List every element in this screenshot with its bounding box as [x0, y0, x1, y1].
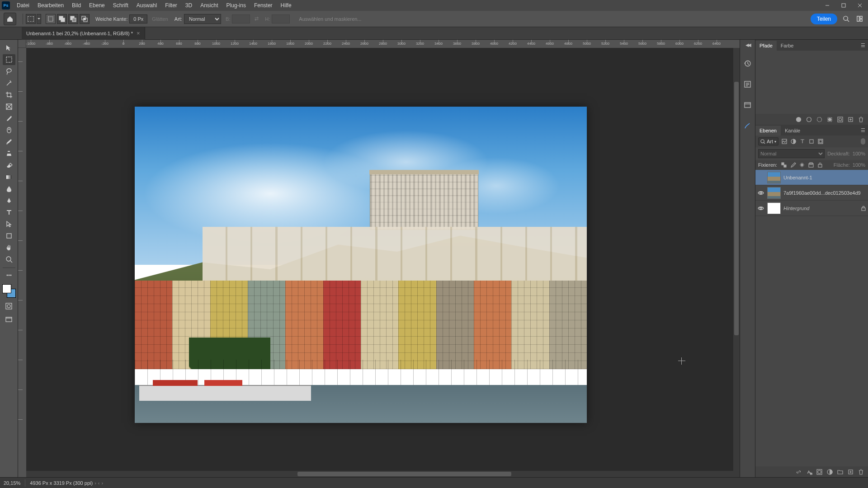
lock-nesting-icon[interactable] — [808, 162, 814, 168]
layer-item[interactable]: Hintergrund — [755, 201, 868, 216]
width-input[interactable] — [232, 14, 250, 23]
home-button[interactable] — [4, 13, 16, 25]
status-nav-prev-icon[interactable]: ‹ — [98, 480, 100, 486]
panel-menu-icon[interactable]: ☰ — [858, 125, 868, 136]
filter-toggle[interactable] — [861, 138, 865, 145]
filter-smartobject-icon[interactable] — [817, 138, 824, 145]
layer-thumbnail[interactable] — [767, 172, 781, 183]
frame-tool[interactable] — [3, 101, 15, 112]
edit-toolbar-icon[interactable] — [3, 270, 15, 281]
filter-shape-icon[interactable] — [808, 138, 815, 145]
filter-adjustment-icon[interactable] — [790, 138, 797, 145]
healing-brush-tool[interactable] — [3, 125, 15, 136]
panel-menu-icon[interactable]: ☰ — [858, 40, 868, 51]
maximize-button[interactable] — [835, 0, 852, 11]
lock-position-icon[interactable] — [799, 162, 805, 168]
minimize-button[interactable] — [819, 0, 835, 11]
magic-wand-tool[interactable] — [3, 78, 15, 89]
menu-filter[interactable]: Filter — [161, 0, 181, 11]
fill-path-icon[interactable] — [795, 116, 802, 123]
paths-tab[interactable]: Pfade — [755, 41, 777, 51]
menu-bild[interactable]: Bild — [68, 0, 85, 11]
lasso-tool[interactable] — [3, 66, 15, 77]
type-tool[interactable] — [3, 207, 15, 218]
pen-tool[interactable] — [3, 195, 15, 206]
height-input[interactable] — [272, 14, 290, 23]
ruler-vertical[interactable] — [18, 48, 26, 477]
document-tab[interactable]: Unbenannt-1 bei 20,2% (Unbenannt-1, RGB/… — [22, 27, 145, 40]
delete-layer-icon[interactable] — [858, 469, 864, 475]
clone-stamp-tool[interactable] — [3, 148, 15, 159]
status-nav-next-icon[interactable]: › — [101, 480, 103, 486]
style-select[interactable]: Normal — [184, 14, 221, 24]
filter-type-icon[interactable] — [799, 138, 806, 145]
crop-tool[interactable] — [3, 89, 15, 100]
share-button[interactable]: Teilen — [811, 14, 837, 24]
document-dimensions[interactable]: 4936 Px x 3319 Px (300 ppi) — [30, 480, 93, 486]
menu-schrift[interactable]: Schrift — [109, 0, 132, 11]
menu-datei[interactable]: Datei — [13, 0, 33, 11]
delete-path-icon[interactable] — [858, 116, 864, 123]
new-layer-icon[interactable] — [847, 469, 854, 475]
new-group-icon[interactable] — [837, 469, 844, 475]
layer-name[interactable]: 7a9f1960ae00dd...dec012503e4d9 — [783, 190, 866, 196]
layer-mask-icon[interactable] — [816, 469, 823, 475]
layer-visibility-icon[interactable] — [757, 205, 764, 212]
layer-filter-kind[interactable]: Art ▾ — [758, 137, 778, 145]
tool-preset-caret-icon[interactable] — [37, 14, 41, 24]
layer-item[interactable]: Unbenannt-1 — [755, 170, 868, 185]
stroke-path-icon[interactable] — [806, 116, 812, 123]
add-mask-icon[interactable] — [837, 116, 844, 123]
lock-transparency-icon[interactable] — [781, 162, 787, 168]
link-layers-icon[interactable] — [795, 469, 802, 475]
brush-tool[interactable] — [3, 136, 15, 147]
layer-visibility-icon[interactable] — [757, 189, 764, 197]
opacity-value[interactable]: 100% — [853, 151, 865, 156]
zoom-percentage[interactable]: 20,15% — [4, 480, 20, 486]
color-tab[interactable]: Farbe — [777, 41, 798, 51]
path-to-selection-icon[interactable] — [816, 116, 823, 123]
move-tool[interactable] — [3, 42, 15, 53]
menu-ansicht[interactable]: Ansicht — [196, 0, 222, 11]
scrollbar-horizontal[interactable] — [26, 471, 740, 477]
hand-tool[interactable] — [3, 242, 15, 253]
menu-ebene[interactable]: Ebene — [85, 0, 109, 11]
menu-fenster[interactable]: Fenster — [250, 0, 277, 11]
filter-pixel-icon[interactable] — [781, 138, 788, 145]
gradient-tool[interactable] — [3, 172, 15, 183]
scrollbar-vertical[interactable] — [733, 48, 740, 471]
fill-value[interactable]: 100% — [853, 162, 865, 168]
scrollbar-thumb[interactable] — [734, 82, 739, 336]
layers-tab[interactable]: Ebenen — [755, 126, 781, 136]
selection-intersect-button[interactable] — [80, 14, 90, 24]
document-tab-close-icon[interactable]: × — [137, 30, 140, 37]
swap-wh-icon[interactable]: ⇄ — [255, 16, 259, 22]
marquee-tool[interactable] — [3, 54, 15, 65]
menu-auswahl[interactable]: Auswahl — [132, 0, 161, 11]
menu-bearbeiten[interactable]: Bearbeiten — [33, 0, 68, 11]
new-path-icon[interactable] — [847, 116, 854, 123]
layer-style-icon[interactable]: fx — [806, 469, 812, 475]
blur-tool[interactable] — [3, 183, 15, 194]
path-selection-tool[interactable] — [3, 219, 15, 230]
quick-mask-button[interactable] — [3, 300, 15, 311]
workspace-switcher-icon[interactable] — [854, 14, 864, 24]
canvas[interactable] — [26, 48, 740, 477]
lock-all-icon[interactable] — [817, 162, 823, 168]
layer-visibility-icon[interactable] — [757, 174, 764, 181]
adjustment-layer-icon[interactable] — [826, 469, 833, 475]
scrollbar-thumb[interactable] — [297, 472, 511, 476]
layer-thumbnail[interactable] — [767, 187, 781, 199]
expand-dock-icon[interactable]: ◀◀ — [745, 42, 750, 47]
selection-to-path-icon[interactable] — [826, 116, 833, 123]
menu-3d[interactable]: 3D — [181, 0, 196, 11]
channels-tab[interactable]: Kanäle — [781, 126, 804, 136]
layer-name[interactable]: Hintergrund — [783, 206, 858, 211]
search-icon[interactable] — [841, 14, 851, 24]
menu-hilfe[interactable]: Hilfe — [277, 0, 296, 11]
selection-add-button[interactable] — [57, 14, 67, 24]
selection-new-button[interactable] — [46, 14, 56, 24]
select-and-mask-button[interactable]: Auswählen und maskieren... — [295, 15, 365, 23]
close-button[interactable] — [852, 0, 868, 11]
lock-pixels-icon[interactable] — [790, 162, 796, 168]
